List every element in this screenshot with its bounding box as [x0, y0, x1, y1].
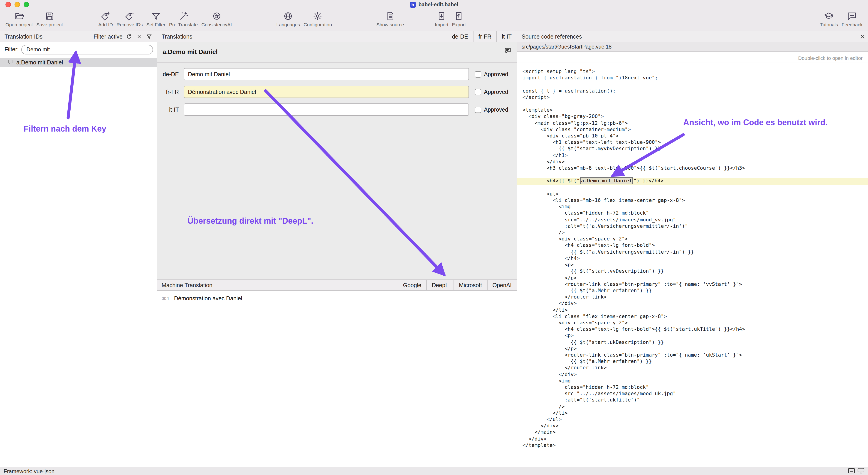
close-window-button[interactable] — [5, 2, 11, 7]
source-file-reference[interactable]: src/pages/start/GuestStartPage.vue:18 — [517, 42, 868, 52]
approved-label: Approved — [484, 89, 508, 95]
code-line: <li class="flex items-center gap-x-8"> — [523, 313, 868, 319]
add-id-button[interactable]: Add ID — [96, 11, 115, 27]
row-lang-label: fr-FR — [157, 89, 179, 95]
translations-title: Translations — [162, 33, 192, 40]
translation-row-fr-fr: fr-FR Approved — [157, 86, 517, 98]
import-button[interactable]: Import — [433, 11, 451, 27]
language-tabs: de-DE fr-FR it-IT — [446, 31, 517, 42]
display-icon[interactable] — [858, 468, 864, 475]
row-lang-label: it-IT — [157, 106, 179, 113]
translation-row-it-it: it-IT Approved — [157, 103, 517, 116]
window-title-area: b babel-edit.babel — [0, 0, 868, 9]
code-line: {{ $t("a.Mehr erfahren") }} — [523, 359, 868, 365]
set-filter-button[interactable]: Set Filter — [145, 11, 167, 27]
source-references-panel: Source code references src/pages/start/G… — [517, 31, 868, 467]
code-line: /> — [523, 230, 868, 236]
set-filter-label: Set Filter — [146, 22, 165, 27]
approved-checkbox-fr-fr[interactable] — [475, 89, 481, 95]
tab-google[interactable]: Google — [398, 280, 427, 291]
export-label: Export — [452, 22, 466, 27]
filter-label: Filter: — [4, 46, 19, 53]
comment-toggle-icon[interactable] — [504, 47, 511, 55]
code-line: src="../../assets/images/mood_uk.jpg" — [523, 391, 868, 397]
suggestion-text: Démonstration avec Daniel — [174, 295, 242, 302]
code-line: <img — [523, 204, 868, 210]
save-project-button[interactable]: Save project — [34, 11, 65, 27]
zoom-window-button[interactable] — [24, 2, 29, 7]
window-title: babel-edit.babel — [418, 2, 458, 7]
list-item-translation-id[interactable]: a.Demo mit Daniel — [0, 58, 157, 67]
clear-filter-icon[interactable] — [136, 33, 143, 40]
code-line: class="hidden h-72 md:block" — [523, 210, 868, 217]
pre-translate-button[interactable]: Pre-Translate — [167, 11, 199, 27]
minimize-window-button[interactable] — [14, 2, 20, 7]
code-line: <router-link class="btn-primary" :to="{ … — [523, 281, 868, 287]
code-line: </div> — [523, 371, 868, 378]
magic-wand-icon — [179, 11, 188, 21]
translations-header: Translations de-DE fr-FR it-IT — [157, 31, 517, 42]
translation-input-fr-fr[interactable] — [184, 86, 469, 98]
approve-group-fr-fr: Approved — [475, 89, 508, 95]
keyboard-icon[interactable] — [848, 468, 855, 475]
tab-de-de[interactable]: de-DE — [446, 31, 473, 42]
translation-ids-title: Translation IDs — [4, 33, 42, 40]
configuration-button[interactable]: Configuration — [302, 11, 334, 27]
code-line: :alt="t('a.Versicherungsvermittler/-in')… — [523, 223, 868, 230]
machine-translation-suggestion[interactable]: ⌘1 Démonstration avec Daniel — [157, 291, 517, 302]
gear-icon — [313, 11, 322, 21]
code-line: <p> — [523, 333, 868, 339]
translation-input-de-de[interactable] — [184, 68, 469, 80]
export-icon — [454, 11, 464, 21]
show-source-label: Show source — [376, 22, 404, 27]
remove-ids-button[interactable]: Remove IDs — [115, 11, 145, 27]
refresh-icon[interactable] — [126, 33, 132, 40]
tab-openai[interactable]: OpenAI — [487, 280, 517, 291]
languages-button[interactable]: Languages — [274, 11, 302, 27]
export-button[interactable]: Export — [450, 11, 468, 27]
code-line: </div> — [523, 159, 868, 165]
editor-hint-row: Double-click to open in editor — [517, 52, 868, 63]
machine-translation-body: ⌘1 Démonstration avec Daniel — [157, 291, 517, 467]
code-line: <script setup lang="ts"> — [523, 68, 868, 75]
tag-remove-icon — [125, 11, 134, 21]
code-line: </router-link> — [523, 294, 868, 300]
funnel-icon — [151, 11, 161, 21]
configuration-label: Configuration — [304, 22, 332, 27]
code-line: </main> — [523, 430, 868, 436]
framework-status: Framework: vue-json — [4, 468, 55, 474]
code-line: class="hidden h-72 md:block" — [523, 384, 868, 391]
code-line: </div> — [523, 436, 868, 442]
save-icon — [45, 11, 55, 21]
tab-microsoft[interactable]: Microsoft — [454, 280, 487, 291]
code-line: <router-link class="btn-primary" :to="{ … — [523, 352, 868, 359]
code-line — [523, 172, 868, 178]
source-document-icon — [385, 11, 395, 21]
approved-checkbox-de-de[interactable] — [475, 71, 481, 77]
close-panel-icon[interactable] — [857, 31, 868, 42]
approved-checkbox-it-it[interactable] — [475, 106, 481, 113]
tutorials-button[interactable]: Tutorials — [818, 11, 840, 27]
filter-input[interactable] — [22, 45, 153, 54]
feedback-button[interactable]: Feedback — [840, 11, 864, 27]
tab-it-it[interactable]: it-IT — [496, 31, 517, 42]
show-source-button[interactable]: Show source — [375, 11, 406, 27]
translation-id-list: a.Demo mit Daniel — [0, 58, 157, 467]
code-line: </template> — [523, 442, 868, 449]
tab-deepl[interactable]: DeepL — [426, 280, 454, 291]
highlighted-translation-key[interactable]: a.Demo mit Daniel — [580, 178, 633, 184]
filter-row: Filter: — [0, 44, 157, 55]
translation-input-it-it[interactable] — [184, 103, 469, 116]
consistency-ai-button[interactable]: ConsistencyAI — [199, 11, 234, 27]
machine-translation-tabs: Google DeepL Microsoft OpenAI — [398, 280, 517, 291]
code-line: </h1> — [523, 152, 868, 159]
tab-fr-fr[interactable]: fr-FR — [473, 31, 496, 42]
code-line: {{ $t("start.vvDescription") }} — [523, 268, 868, 275]
filter-funnel-icon[interactable] — [146, 33, 153, 40]
code-line: </li> — [523, 410, 868, 416]
code-line: <h4 class="text-lg font-bold"> — [523, 242, 868, 249]
open-project-button[interactable]: Open project — [4, 11, 34, 27]
code-line — [523, 101, 868, 107]
filter-active-label: Filter active — [94, 33, 123, 40]
row-lang-label: de-DE — [157, 71, 179, 77]
